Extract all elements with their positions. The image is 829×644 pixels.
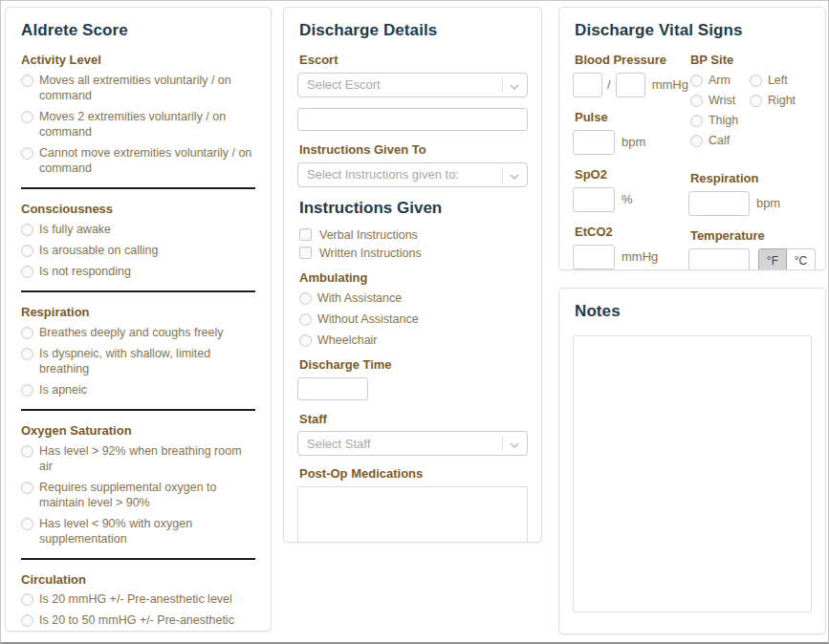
etco2-field: EtCO2 mmHg (573, 225, 688, 269)
etco2-unit: mmHg (622, 249, 658, 264)
discharge-time-label: Discharge Time (299, 357, 528, 374)
pulse-input[interactable] (573, 130, 615, 155)
radio-option[interactable]: Requires supplemental oxygen to maintain… (21, 480, 257, 510)
circulation-label: Circulation (21, 572, 257, 589)
radio-option[interactable]: Arm (690, 73, 748, 88)
radio-icon[interactable] (21, 518, 33, 530)
respiration-label: Respiration (21, 305, 257, 321)
celsius-button[interactable]: °C (787, 248, 816, 270)
pulse-label: Pulse (575, 110, 688, 126)
ambulating-label: Ambulating (299, 270, 528, 287)
radio-option[interactable]: Wheelchair (299, 333, 528, 348)
radio-option[interactable]: Is not responding (21, 264, 257, 279)
discharge-details-panel: Discharge Details Escort Select Escort I… (283, 7, 542, 543)
etco2-label: EtCO2 (575, 225, 688, 241)
respiration-group: Respiration Breathes deeply and coughs f… (19, 305, 257, 397)
radio-option[interactable]: Has level > 92% when breathing room air (21, 443, 257, 474)
radio-icon[interactable] (750, 75, 762, 87)
radio-option[interactable]: Thigh (690, 113, 748, 128)
respiration-field: Respiration bpm (688, 171, 816, 216)
blood-pressure-label: Blood Pressure (575, 53, 688, 69)
radio-icon[interactable] (21, 75, 33, 87)
divider (21, 558, 255, 560)
vitals-right-column: BP Site Arm Left Wrist Right Thigh Calf … (688, 53, 816, 270)
radio-icon[interactable] (690, 75, 703, 87)
bp-diastolic-input[interactable] (616, 73, 645, 97)
divider (21, 290, 255, 292)
radio-icon[interactable] (21, 327, 33, 339)
instructions-given-to-label: Instructions Given To (299, 142, 528, 159)
notes-textarea[interactable] (573, 335, 812, 612)
radio-icon[interactable] (21, 245, 33, 257)
divider (21, 187, 255, 189)
radio-option[interactable]: Left (750, 73, 816, 88)
consciousness-group: Consciousness Is fully awake Is arousabl… (19, 202, 257, 279)
spo2-label: SpO2 (575, 167, 688, 183)
radio-option[interactable]: Without Assistance (299, 311, 528, 327)
radio-option[interactable]: Is dyspneic, with shallow, limited breat… (21, 346, 257, 376)
notes-panel: Notes (558, 288, 826, 634)
spo2-input[interactable] (573, 187, 615, 212)
radio-option[interactable]: Moves all extremities voluntarily / on c… (21, 73, 257, 103)
radio-icon[interactable] (21, 384, 33, 397)
etco2-input[interactable] (573, 245, 615, 269)
bp-systolic-input[interactable] (573, 73, 602, 97)
spo2-unit: % (622, 192, 633, 206)
radio-icon[interactable] (21, 224, 33, 236)
written-instructions-checkbox-row[interactable]: Written Instructions (299, 246, 528, 261)
respiration-input[interactable] (688, 191, 750, 216)
pulse-field: Pulse bpm (573, 110, 688, 155)
radio-icon[interactable] (21, 348, 33, 360)
staff-select[interactable]: Select Staff (297, 431, 528, 456)
verbal-instructions-checkbox-row[interactable]: Verbal Instructions (299, 227, 528, 243)
radio-icon[interactable] (299, 313, 312, 326)
temperature-field: Temperature °F °C (688, 228, 816, 270)
checkbox-icon[interactable] (299, 247, 312, 259)
escort-select[interactable]: Select Escort (297, 73, 528, 97)
radio-icon[interactable] (21, 614, 33, 627)
radio-option[interactable]: Wrist (690, 93, 748, 108)
radio-option[interactable]: Cannot move extremities voluntarily / on… (21, 145, 257, 176)
radio-icon[interactable] (21, 266, 33, 278)
radio-option[interactable]: Is 20 to 50 mmHG +/- Pre-anesthetic leve… (21, 612, 257, 632)
radio-option[interactable]: Has level < 90% with oxygen supplementat… (21, 516, 257, 547)
radio-option[interactable]: Moves 2 extremities voluntarily / on com… (21, 109, 257, 140)
radio-option[interactable]: Is 20 mmHG +/- Pre-anesthetic level (21, 591, 257, 607)
radio-option[interactable]: Right (750, 93, 816, 108)
activity-level-group: Activity Level Moves all extremities vol… (19, 53, 257, 176)
activity-level-label: Activity Level (21, 53, 257, 69)
checkbox-icon[interactable] (299, 228, 312, 241)
discharge-details-title: Discharge Details (299, 21, 528, 40)
post-op-medications-textarea[interactable] (297, 486, 528, 543)
discharge-time-input[interactable] (297, 377, 368, 400)
radio-icon[interactable] (21, 147, 33, 160)
instructions-given-to-select[interactable]: Select Instructions given to: (297, 162, 528, 187)
radio-icon[interactable] (21, 111, 33, 123)
bp-unit: mmHg (652, 77, 688, 92)
radio-icon[interactable] (690, 115, 703, 127)
radio-icon[interactable] (299, 334, 312, 347)
radio-icon[interactable] (21, 593, 33, 606)
radio-icon[interactable] (21, 445, 33, 458)
circulation-group: Circulation Is 20 mmHG +/- Pre-anestheti… (19, 572, 257, 632)
chevron-down-icon (510, 435, 519, 452)
bp-site-field: BP Site Arm Left Wrist Right Thigh Calf (688, 53, 816, 153)
radio-option[interactable]: Breathes deeply and coughs freely (21, 325, 257, 340)
oxygen-saturation-group: Oxygen Saturation Has level > 92% when b… (19, 423, 257, 547)
temperature-input[interactable] (688, 248, 750, 270)
radio-option[interactable]: Calf (690, 133, 748, 148)
radio-icon[interactable] (690, 95, 703, 107)
radio-option[interactable]: Is fully awake (21, 222, 257, 237)
radio-option[interactable]: Is apneic (21, 382, 257, 397)
escort-other-input[interactable] (297, 108, 528, 131)
radio-icon[interactable] (690, 135, 703, 147)
temperature-unit-toggle: °F °C (758, 248, 816, 270)
radio-option[interactable]: Is arousable on calling (21, 243, 257, 258)
fahrenheit-button[interactable]: °F (758, 248, 787, 270)
radio-option[interactable]: With Assistance (299, 290, 528, 306)
radio-icon[interactable] (750, 95, 762, 107)
radio-icon[interactable] (299, 292, 312, 305)
radio-icon[interactable] (21, 482, 33, 494)
spo2-field: SpO2 % (573, 167, 688, 212)
temperature-label: Temperature (690, 228, 816, 245)
